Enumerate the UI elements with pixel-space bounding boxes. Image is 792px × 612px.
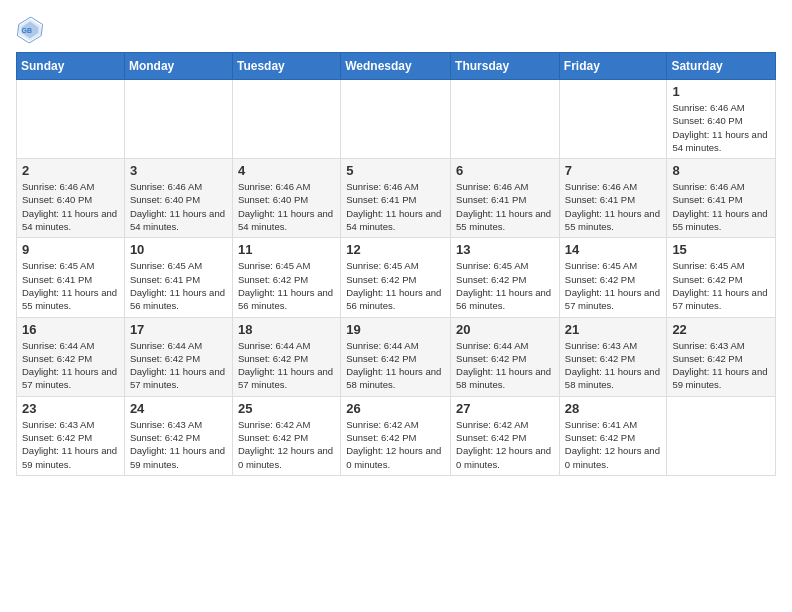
day-cell: 5Sunrise: 6:46 AM Sunset: 6:41 PM Daylig… — [341, 159, 451, 238]
day-cell — [451, 80, 560, 159]
day-number: 12 — [346, 242, 445, 257]
day-cell — [559, 80, 667, 159]
day-number: 3 — [130, 163, 227, 178]
day-info: Sunrise: 6:43 AM Sunset: 6:42 PM Dayligh… — [672, 339, 770, 392]
day-info: Sunrise: 6:45 AM Sunset: 6:42 PM Dayligh… — [238, 259, 335, 312]
header-cell-sunday: Sunday — [17, 53, 125, 80]
day-info: Sunrise: 6:44 AM Sunset: 6:42 PM Dayligh… — [346, 339, 445, 392]
day-info: Sunrise: 6:46 AM Sunset: 6:40 PM Dayligh… — [130, 180, 227, 233]
day-number: 1 — [672, 84, 770, 99]
day-info: Sunrise: 6:46 AM Sunset: 6:41 PM Dayligh… — [456, 180, 554, 233]
day-info: Sunrise: 6:46 AM Sunset: 6:41 PM Dayligh… — [346, 180, 445, 233]
day-info: Sunrise: 6:42 AM Sunset: 6:42 PM Dayligh… — [346, 418, 445, 471]
day-cell: 15Sunrise: 6:45 AM Sunset: 6:42 PM Dayli… — [667, 238, 776, 317]
day-cell: 9Sunrise: 6:45 AM Sunset: 6:41 PM Daylig… — [17, 238, 125, 317]
day-number: 2 — [22, 163, 119, 178]
day-info: Sunrise: 6:43 AM Sunset: 6:42 PM Dayligh… — [22, 418, 119, 471]
day-info: Sunrise: 6:43 AM Sunset: 6:42 PM Dayligh… — [565, 339, 662, 392]
day-cell: 19Sunrise: 6:44 AM Sunset: 6:42 PM Dayli… — [341, 317, 451, 396]
day-info: Sunrise: 6:42 AM Sunset: 6:42 PM Dayligh… — [456, 418, 554, 471]
week-row-4: 16Sunrise: 6:44 AM Sunset: 6:42 PM Dayli… — [17, 317, 776, 396]
day-number: 9 — [22, 242, 119, 257]
day-cell — [341, 80, 451, 159]
day-info: Sunrise: 6:45 AM Sunset: 6:42 PM Dayligh… — [346, 259, 445, 312]
day-cell: 17Sunrise: 6:44 AM Sunset: 6:42 PM Dayli… — [124, 317, 232, 396]
day-cell: 3Sunrise: 6:46 AM Sunset: 6:40 PM Daylig… — [124, 159, 232, 238]
day-cell: 10Sunrise: 6:45 AM Sunset: 6:41 PM Dayli… — [124, 238, 232, 317]
day-number: 13 — [456, 242, 554, 257]
day-info: Sunrise: 6:46 AM Sunset: 6:41 PM Dayligh… — [672, 180, 770, 233]
day-info: Sunrise: 6:43 AM Sunset: 6:42 PM Dayligh… — [130, 418, 227, 471]
day-cell: 1Sunrise: 6:46 AM Sunset: 6:40 PM Daylig… — [667, 80, 776, 159]
day-cell: 23Sunrise: 6:43 AM Sunset: 6:42 PM Dayli… — [17, 396, 125, 475]
day-number: 17 — [130, 322, 227, 337]
day-number: 18 — [238, 322, 335, 337]
day-info: Sunrise: 6:46 AM Sunset: 6:40 PM Dayligh… — [672, 101, 770, 154]
header-cell-tuesday: Tuesday — [232, 53, 340, 80]
week-row-5: 23Sunrise: 6:43 AM Sunset: 6:42 PM Dayli… — [17, 396, 776, 475]
day-cell: 4Sunrise: 6:46 AM Sunset: 6:40 PM Daylig… — [232, 159, 340, 238]
day-info: Sunrise: 6:45 AM Sunset: 6:42 PM Dayligh… — [672, 259, 770, 312]
day-info: Sunrise: 6:45 AM Sunset: 6:41 PM Dayligh… — [130, 259, 227, 312]
day-cell: 24Sunrise: 6:43 AM Sunset: 6:42 PM Dayli… — [124, 396, 232, 475]
header-cell-saturday: Saturday — [667, 53, 776, 80]
header: GB — [16, 16, 776, 44]
day-info: Sunrise: 6:45 AM Sunset: 6:42 PM Dayligh… — [565, 259, 662, 312]
day-cell: 20Sunrise: 6:44 AM Sunset: 6:42 PM Dayli… — [451, 317, 560, 396]
day-number: 26 — [346, 401, 445, 416]
day-cell: 11Sunrise: 6:45 AM Sunset: 6:42 PM Dayli… — [232, 238, 340, 317]
calendar-header-row: SundayMondayTuesdayWednesdayThursdayFrid… — [17, 53, 776, 80]
day-number: 25 — [238, 401, 335, 416]
header-cell-monday: Monday — [124, 53, 232, 80]
day-info: Sunrise: 6:44 AM Sunset: 6:42 PM Dayligh… — [456, 339, 554, 392]
day-number: 7 — [565, 163, 662, 178]
svg-text:GB: GB — [22, 27, 32, 34]
day-cell: 18Sunrise: 6:44 AM Sunset: 6:42 PM Dayli… — [232, 317, 340, 396]
day-cell: 27Sunrise: 6:42 AM Sunset: 6:42 PM Dayli… — [451, 396, 560, 475]
day-info: Sunrise: 6:42 AM Sunset: 6:42 PM Dayligh… — [238, 418, 335, 471]
day-number: 28 — [565, 401, 662, 416]
week-row-1: 1Sunrise: 6:46 AM Sunset: 6:40 PM Daylig… — [17, 80, 776, 159]
day-info: Sunrise: 6:46 AM Sunset: 6:40 PM Dayligh… — [22, 180, 119, 233]
day-number: 15 — [672, 242, 770, 257]
logo: GB — [16, 16, 48, 44]
day-info: Sunrise: 6:46 AM Sunset: 6:41 PM Dayligh… — [565, 180, 662, 233]
day-number: 23 — [22, 401, 119, 416]
week-row-3: 9Sunrise: 6:45 AM Sunset: 6:41 PM Daylig… — [17, 238, 776, 317]
day-cell — [667, 396, 776, 475]
day-info: Sunrise: 6:46 AM Sunset: 6:40 PM Dayligh… — [238, 180, 335, 233]
day-cell: 26Sunrise: 6:42 AM Sunset: 6:42 PM Dayli… — [341, 396, 451, 475]
day-number: 10 — [130, 242, 227, 257]
day-number: 24 — [130, 401, 227, 416]
day-info: Sunrise: 6:45 AM Sunset: 6:41 PM Dayligh… — [22, 259, 119, 312]
day-number: 22 — [672, 322, 770, 337]
day-cell: 8Sunrise: 6:46 AM Sunset: 6:41 PM Daylig… — [667, 159, 776, 238]
day-number: 21 — [565, 322, 662, 337]
header-cell-friday: Friday — [559, 53, 667, 80]
day-cell: 7Sunrise: 6:46 AM Sunset: 6:41 PM Daylig… — [559, 159, 667, 238]
day-info: Sunrise: 6:44 AM Sunset: 6:42 PM Dayligh… — [130, 339, 227, 392]
day-cell: 12Sunrise: 6:45 AM Sunset: 6:42 PM Dayli… — [341, 238, 451, 317]
day-number: 19 — [346, 322, 445, 337]
calendar-table: SundayMondayTuesdayWednesdayThursdayFrid… — [16, 52, 776, 476]
day-cell: 14Sunrise: 6:45 AM Sunset: 6:42 PM Dayli… — [559, 238, 667, 317]
header-cell-thursday: Thursday — [451, 53, 560, 80]
day-cell: 16Sunrise: 6:44 AM Sunset: 6:42 PM Dayli… — [17, 317, 125, 396]
day-number: 6 — [456, 163, 554, 178]
day-number: 20 — [456, 322, 554, 337]
day-cell: 2Sunrise: 6:46 AM Sunset: 6:40 PM Daylig… — [17, 159, 125, 238]
day-cell — [17, 80, 125, 159]
day-cell: 13Sunrise: 6:45 AM Sunset: 6:42 PM Dayli… — [451, 238, 560, 317]
day-number: 16 — [22, 322, 119, 337]
week-row-2: 2Sunrise: 6:46 AM Sunset: 6:40 PM Daylig… — [17, 159, 776, 238]
day-number: 27 — [456, 401, 554, 416]
day-number: 4 — [238, 163, 335, 178]
day-info: Sunrise: 6:44 AM Sunset: 6:42 PM Dayligh… — [238, 339, 335, 392]
day-cell: 25Sunrise: 6:42 AM Sunset: 6:42 PM Dayli… — [232, 396, 340, 475]
day-info: Sunrise: 6:44 AM Sunset: 6:42 PM Dayligh… — [22, 339, 119, 392]
day-info: Sunrise: 6:45 AM Sunset: 6:42 PM Dayligh… — [456, 259, 554, 312]
logo-icon: GB — [16, 16, 44, 44]
header-cell-wednesday: Wednesday — [341, 53, 451, 80]
day-number: 11 — [238, 242, 335, 257]
day-cell: 21Sunrise: 6:43 AM Sunset: 6:42 PM Dayli… — [559, 317, 667, 396]
